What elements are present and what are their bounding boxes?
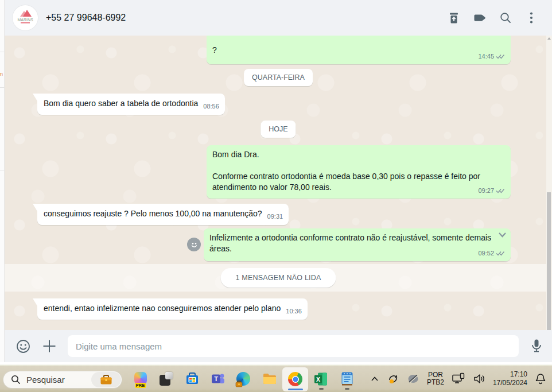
label-icon[interactable]: [473, 11, 487, 25]
teams-icon: T: [211, 371, 226, 386]
notepad-icon: [340, 371, 354, 386]
folder-icon: [262, 371, 277, 386]
react-emoji-button[interactable]: [187, 238, 201, 251]
svg-text:MARINS: MARINS: [17, 18, 33, 22]
message-meta: 14:45: [478, 51, 505, 62]
mic-icon[interactable]: [530, 339, 543, 354]
message-text: Bom dia quero saber a tabela de ortodont…: [44, 99, 198, 108]
microsoft-store-icon: [185, 371, 200, 386]
message-text: conseguimos reajuste ? Pelo menos 100,00…: [44, 209, 262, 218]
contact-phone-title[interactable]: +55 27 99648-6992: [46, 13, 126, 23]
tray-chevron-up-icon[interactable]: [370, 376, 379, 382]
tray-bell-icon[interactable]: [535, 372, 546, 385]
tray-clock[interactable]: 17:10 17/05/2024: [493, 370, 527, 387]
unread-divider-band: 1 MENSAGEM NÃO LIDA: [5, 264, 552, 292]
message-line: Bom dia Dra.: [212, 149, 505, 160]
search-icon: [11, 375, 21, 385]
message-incoming[interactable]: Bom dia quero saber a tabela de ortodont…: [37, 94, 225, 115]
active-app-indicator: [288, 389, 303, 390]
tray-network-display-icon[interactable]: [452, 372, 465, 385]
app-task-view[interactable]: [153, 367, 179, 391]
message-outgoing[interactable]: ? 14:45: [207, 36, 511, 64]
excel-icon: X: [314, 372, 328, 386]
message-incoming[interactable]: entendi, entao infelizmente nao consegui…: [37, 298, 308, 320]
app-file-explorer[interactable]: [256, 367, 282, 391]
copilot-pre-badge: PRE: [135, 383, 146, 388]
tray-volume-icon[interactable]: [473, 373, 485, 385]
scrollbar-up-arrow[interactable]: [547, 37, 551, 40]
running-app-indicator: [345, 388, 349, 390]
plus-attach-icon[interactable]: [42, 339, 56, 353]
background-window-sliver: n: [0, 0, 5, 366]
briefcase-icon: [99, 374, 113, 386]
chat-scrollbar[interactable]: [546, 36, 552, 343]
message-meta: 09:52: [478, 248, 505, 259]
running-app-indicator: [319, 388, 324, 390]
system-tray: POR PTB2: [370, 366, 552, 392]
message-outgoing[interactable]: Bom dia Dra. Conforme contrato ortodonti…: [207, 145, 511, 199]
taskbar: Pesquisar PRE: [0, 366, 552, 392]
tray-language-indicator[interactable]: POR PTB2: [427, 371, 444, 386]
message-line: atendimento no valor 78,00 reais.: [212, 182, 505, 193]
double-check-icon: [496, 53, 505, 60]
message-time: 09:31: [267, 213, 283, 220]
taskbar-search[interactable]: Pesquisar: [3, 371, 122, 389]
double-check-icon: [496, 250, 505, 257]
tray-date: 17/05/2024: [493, 379, 527, 387]
search-icon[interactable]: [499, 11, 512, 25]
marins-logo: MARINS: [14, 7, 36, 29]
tray-time: 17:10: [493, 370, 527, 379]
taskbar-apps: PRE: [127, 366, 360, 392]
svg-text:X: X: [316, 375, 320, 382]
menu-kebab-icon[interactable]: [524, 11, 538, 25]
message-line: [212, 160, 505, 171]
task-view-squares-icon: [159, 372, 173, 386]
scrollbar-thumb[interactable]: [547, 192, 551, 336]
chat-header: MARINS +55 27 99648-6992: [5, 0, 552, 36]
sliver-text-fragment: n: [0, 71, 5, 77]
double-check-icon: [496, 188, 505, 194]
chrome-icon: [288, 372, 302, 386]
message-menu-chevron-icon[interactable]: [497, 231, 508, 242]
message-text: entendi, entao infelizmente nao consegui…: [44, 304, 281, 313]
header-actions: [447, 11, 552, 25]
tray-sync-pending-icon[interactable]: [387, 372, 399, 385]
message-time: 09:52: [478, 248, 494, 259]
message-input[interactable]: [68, 335, 519, 357]
bubble-tail: [33, 298, 37, 306]
message-line: áreas.: [209, 243, 505, 254]
message-incoming[interactable]: conseguimos reajuste ? Pelo menos 100,00…: [37, 204, 289, 225]
bubble-tail: [33, 204, 37, 211]
message-outgoing[interactable]: Infelizmente a ortodontia conforme contr…: [204, 228, 511, 261]
message-composer: [5, 330, 552, 362]
search-highlight[interactable]: [91, 372, 121, 387]
app-copilot[interactable]: PRE: [127, 367, 153, 391]
date-divider: HOJE: [261, 121, 296, 138]
briefcase-badge-icon: [235, 381, 243, 387]
bubble-tail: [33, 94, 37, 101]
message-time: 14:45: [478, 51, 494, 62]
chat-canvas: ? 14:45 QUARTA-FEIRA Bom dia quero saber…: [5, 36, 552, 330]
message-line: Infelizmente a ortodontia conforme contr…: [209, 232, 505, 243]
app-microsoft-store[interactable]: [179, 367, 205, 391]
tray-slashed-status-icon[interactable]: [407, 373, 419, 385]
app-edge-business[interactable]: [231, 367, 256, 391]
app-teams[interactable]: T: [205, 367, 231, 391]
sliver-line: [0, 170, 5, 170]
contact-avatar[interactable]: MARINS: [13, 5, 38, 30]
app-notepad[interactable]: [334, 367, 360, 391]
app-chrome-active[interactable]: [282, 367, 308, 391]
message-text: ?: [212, 45, 217, 56]
sliver-line: [0, 87, 5, 88]
emoji-icon[interactable]: [15, 339, 31, 354]
screen: n MARINS +55 27 99648-6992: [0, 0, 552, 392]
language-line2: PTB2: [427, 379, 444, 386]
unread-divider-label: 1 MENSAGEM NÃO LIDA: [221, 268, 336, 288]
message-line: Conforme contrato ortodontia é moeda bas…: [212, 171, 505, 182]
message-time: 08:56: [203, 103, 219, 110]
delete-icon[interactable]: [447, 11, 461, 25]
search-label: Pesquisar: [26, 375, 65, 385]
date-divider: QUARTA-FEIRA: [244, 69, 313, 86]
message-time: 10:36: [286, 308, 302, 315]
app-excel[interactable]: X: [308, 367, 334, 391]
